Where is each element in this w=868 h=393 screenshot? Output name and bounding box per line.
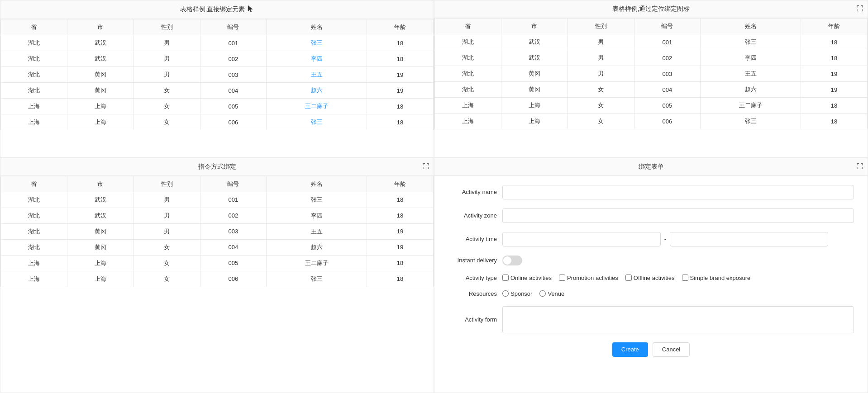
table-cell: 湖北 xyxy=(1,223,67,239)
table-cell: 上海 xyxy=(501,98,568,114)
table-cell: 001 xyxy=(200,35,267,51)
label-resources: Resources xyxy=(448,290,502,297)
table-cell: 005 xyxy=(200,99,267,114)
checkbox-item-brand[interactable]: Simple brand exposure xyxy=(682,275,751,281)
table-cell: 黄冈 xyxy=(67,83,134,99)
checkbox-offline[interactable] xyxy=(625,275,632,281)
table-cell: 李四 xyxy=(267,208,367,223)
panel-bottom-right-title: 绑定表单 xyxy=(639,163,664,170)
col-id: 编号 xyxy=(200,176,267,192)
table-cell: 武汉 xyxy=(67,35,134,51)
switch-instant-delivery[interactable] xyxy=(502,256,522,265)
table-cell: 19 xyxy=(801,66,868,82)
create-button[interactable]: Create xyxy=(612,342,648,357)
table-cell: 湖北 xyxy=(435,82,501,98)
table-cell: 上海 xyxy=(1,99,67,114)
table-cell[interactable]: 王二麻子 xyxy=(267,99,367,114)
table-cell: 张三 xyxy=(701,114,801,129)
radio-item-sponsor[interactable]: Sponsor xyxy=(502,290,532,297)
date-end-input[interactable] xyxy=(670,232,828,246)
cursor-icon xyxy=(247,5,254,14)
table-cell: 湖北 xyxy=(1,192,67,208)
panel-title-bottom-left: 指令方式绑定 xyxy=(0,158,434,176)
table-bottom-left: 省 市 性别 编号 姓名 年龄 湖北武汉男001张三18湖北武汉男002李四18… xyxy=(0,176,434,287)
table-cell: 19 xyxy=(367,223,434,239)
button-group: Create Cancel xyxy=(448,342,854,357)
date-separator: - xyxy=(664,236,666,242)
cancel-button[interactable]: Cancel xyxy=(653,342,690,357)
table-cell[interactable]: 张三 xyxy=(267,35,367,51)
table-cell: 18 xyxy=(367,208,434,223)
table-row: 湖北武汉男002李四18 xyxy=(1,208,434,223)
table-cell: 女 xyxy=(568,82,634,98)
input-activity-name[interactable] xyxy=(502,185,854,199)
col-city: 市 xyxy=(67,19,134,35)
table-cell[interactable]: 赵六 xyxy=(267,83,367,99)
table-cell: 002 xyxy=(200,208,267,223)
table-cell: 006 xyxy=(200,114,267,130)
input-activity-zone[interactable] xyxy=(502,208,854,223)
table-cell: 张三 xyxy=(267,192,367,208)
checkbox-item-promotion[interactable]: Promotion activities xyxy=(559,275,618,281)
col-province: 省 xyxy=(1,19,67,35)
table-row: 湖北黄冈女004赵六19 xyxy=(1,239,434,255)
table-cell: 赵六 xyxy=(267,239,367,255)
radio-label-sponsor: Sponsor xyxy=(510,290,532,297)
radio-venue[interactable] xyxy=(539,290,546,297)
col-age: 年龄 xyxy=(801,19,868,34)
table-cell: 003 xyxy=(634,66,701,82)
table-row: 湖北武汉男002李四18 xyxy=(435,50,868,66)
table-cell: 湖北 xyxy=(1,83,67,99)
table-cell: 湖北 xyxy=(1,67,67,83)
table-row: 上海上海女006张三18 xyxy=(1,114,434,130)
radio-label-venue: Venue xyxy=(548,290,564,297)
checkbox-promotion[interactable] xyxy=(559,275,565,281)
table-cell: 上海 xyxy=(435,98,501,114)
checkbox-label-brand: Simple brand exposure xyxy=(690,275,751,281)
form-row-instant-delivery: Instant delivery xyxy=(448,256,854,265)
radio-group-resources: Sponsor Venue xyxy=(502,290,854,297)
table-row: 湖北黄冈男003王五19 xyxy=(1,67,434,83)
checkbox-online[interactable] xyxy=(502,275,509,281)
form-panel: Activity name Activity zone Activity tim… xyxy=(434,176,868,366)
table-row: 湖北武汉男002李四18 xyxy=(1,51,434,67)
checkbox-item-online[interactable]: Online activities xyxy=(502,275,552,281)
radio-item-venue[interactable]: Venue xyxy=(539,290,564,297)
table-cell: 001 xyxy=(634,34,701,50)
table-cell[interactable]: 王五 xyxy=(267,67,367,83)
table-row: 湖北武汉男001张三18 xyxy=(1,35,434,51)
table-cell: 女 xyxy=(134,271,200,287)
date-start-input[interactable] xyxy=(502,232,661,246)
table-cell: 湖北 xyxy=(435,50,501,66)
table-cell: 黄冈 xyxy=(67,67,134,83)
form-row-activity-time: Activity time - xyxy=(448,232,854,246)
table-cell: 上海 xyxy=(1,255,67,271)
expand-icon-bottom-right[interactable] xyxy=(857,163,863,170)
table-cell: 003 xyxy=(200,223,267,239)
table-cell: 18 xyxy=(367,35,434,51)
table-cell[interactable]: 张三 xyxy=(267,114,367,130)
form-row-activity-form: Activity form xyxy=(448,306,854,333)
table-cell[interactable]: 李四 xyxy=(267,51,367,67)
checkbox-brand[interactable] xyxy=(682,275,688,281)
table-cell: 上海 xyxy=(1,114,67,130)
expand-icon-top-right[interactable] xyxy=(857,5,863,13)
table-row: 上海上海女006张三18 xyxy=(1,271,434,287)
table-cell: 王五 xyxy=(267,223,367,239)
table-cell: 18 xyxy=(801,34,868,50)
radio-sponsor[interactable] xyxy=(502,290,509,297)
col-city: 市 xyxy=(67,176,134,192)
textarea-activity-form[interactable] xyxy=(502,306,854,333)
checkbox-item-offline[interactable]: Offline activities xyxy=(625,275,675,281)
table-cell: 上海 xyxy=(67,271,134,287)
table-cell: 18 xyxy=(367,192,434,208)
table-cell: 005 xyxy=(200,255,267,271)
expand-icon-bottom-left[interactable] xyxy=(423,163,429,170)
table-cell: 18 xyxy=(801,50,868,66)
table-cell: 男 xyxy=(134,35,200,51)
table-cell: 18 xyxy=(367,99,434,114)
table-cell: 005 xyxy=(634,98,701,114)
table-cell: 女 xyxy=(134,114,200,130)
table-cell: 女 xyxy=(134,255,200,271)
table-cell: 武汉 xyxy=(67,192,134,208)
